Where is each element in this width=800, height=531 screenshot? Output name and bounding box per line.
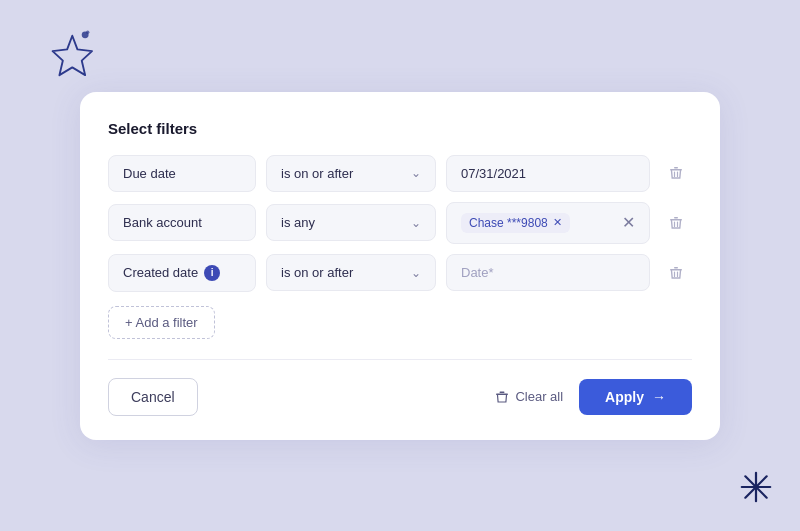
clear-all-button[interactable]: Clear all xyxy=(495,389,563,404)
delete-filter-due-date-button[interactable] xyxy=(660,157,692,189)
filter-operator-bank-account[interactable]: is any ⌄ xyxy=(266,204,436,241)
filter-value-due-date[interactable]: 07/31/2021 xyxy=(446,155,650,192)
info-icon: i xyxy=(204,265,220,281)
svg-point-1 xyxy=(86,31,89,34)
svg-rect-8 xyxy=(674,167,678,169)
svg-rect-12 xyxy=(674,217,678,219)
modal-title: Select filters xyxy=(108,120,692,137)
filter-row-bank-account: Bank account is any ⌄ Chase ***9808 ✕ ✕ xyxy=(108,202,692,244)
star-decoration-top-left xyxy=(38,28,98,88)
footer-right-actions: Clear all Apply → xyxy=(495,379,692,415)
select-filters-modal: Select filters Due date is on or after ⌄… xyxy=(80,92,720,440)
filter-operator-due-date[interactable]: is on or after ⌄ xyxy=(266,155,436,192)
svg-marker-2 xyxy=(53,36,92,75)
delete-filter-created-date-button[interactable] xyxy=(660,257,692,289)
filter-operator-created-date[interactable]: is on or after ⌄ xyxy=(266,254,436,291)
chevron-down-icon: ⌄ xyxy=(411,216,421,230)
filter-rows: Due date is on or after ⌄ 07/31/2021 xyxy=(108,155,692,292)
trash-icon xyxy=(495,390,509,404)
filter-label-due-date: Due date xyxy=(108,155,256,192)
chevron-down-icon: ⌄ xyxy=(411,166,421,180)
chevron-down-icon: ⌄ xyxy=(411,266,421,280)
svg-rect-20 xyxy=(500,391,505,392)
filter-value-bank-account[interactable]: Chase ***9808 ✕ ✕ xyxy=(446,202,650,244)
bank-account-tag[interactable]: Chase ***9808 ✕ xyxy=(461,213,570,233)
filter-label-bank-account: Bank account xyxy=(108,204,256,241)
modal-footer: Cancel Clear all Apply → xyxy=(108,359,692,416)
add-filter-button[interactable]: + Add a filter xyxy=(108,306,215,339)
clear-bank-account-button[interactable]: ✕ xyxy=(622,213,635,232)
filter-row-created-date: Created date i is on or after ⌄ Date* xyxy=(108,254,692,292)
tag-container: Chase ***9808 ✕ xyxy=(461,213,570,233)
apply-button[interactable]: Apply → xyxy=(579,379,692,415)
tag-remove-button[interactable]: ✕ xyxy=(553,217,562,228)
delete-filter-bank-account-button[interactable] xyxy=(660,207,692,239)
filter-row-due-date: Due date is on or after ⌄ 07/31/2021 xyxy=(108,155,692,192)
cancel-button[interactable]: Cancel xyxy=(108,378,198,416)
filter-value-created-date[interactable]: Date* xyxy=(446,254,650,291)
star-decoration-bottom-right xyxy=(740,471,772,503)
arrow-right-icon: → xyxy=(652,389,666,405)
svg-rect-16 xyxy=(674,267,678,269)
filter-label-created-date: Created date i xyxy=(108,254,256,292)
